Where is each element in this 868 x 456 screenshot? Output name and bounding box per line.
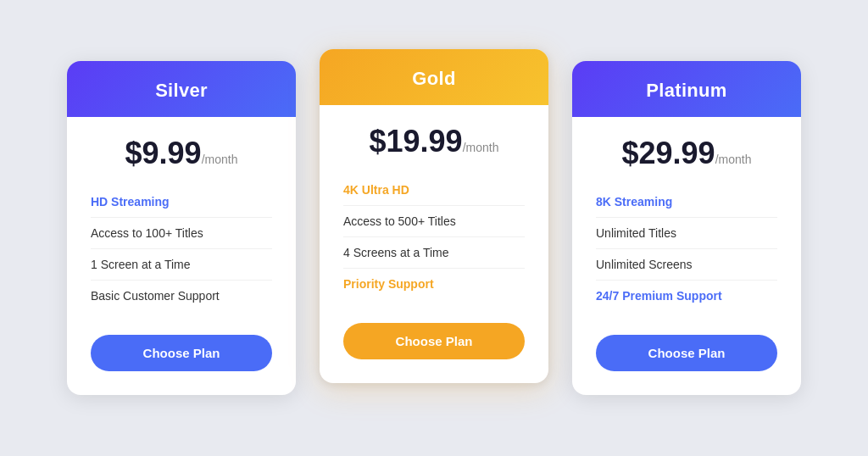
plan-feature-silver-1: Access to 100+ Titles <box>91 218 272 249</box>
plan-price-unit-gold: /month <box>463 141 499 154</box>
plan-features-platinum: 8K StreamingUnlimited TitlesUnlimited Sc… <box>596 186 777 311</box>
plan-title-silver: Silver <box>155 80 208 101</box>
plan-body-gold: $19.99/month4K Ultra HDAccess to 500+ Ti… <box>320 105 548 383</box>
plan-price-platinum: $29.99 <box>622 136 715 170</box>
plan-price-row-silver: $9.99/month <box>91 136 272 171</box>
plan-feature-gold-1: Access to 500+ Titles <box>343 206 525 237</box>
plan-feature-silver-2: 1 Screen at a Time <box>91 249 272 281</box>
plan-price-gold: $19.99 <box>370 124 463 158</box>
plan-feature-platinum-3: 24/7 Premium Support <box>596 281 777 311</box>
plan-card-gold: Gold$19.99/month4K Ultra HDAccess to 500… <box>320 49 548 383</box>
plan-body-silver: $9.99/monthHD StreamingAccess to 100+ Ti… <box>67 117 296 395</box>
plan-body-platinum: $29.99/month8K StreamingUnlimited Titles… <box>572 117 801 395</box>
plan-card-platinum: Platinum$29.99/month8K StreamingUnlimite… <box>572 61 801 395</box>
plan-choose-button-silver[interactable]: Choose Plan <box>91 335 272 371</box>
plan-feature-platinum-0: 8K Streaming <box>596 186 777 218</box>
plan-feature-platinum-2: Unlimited Screens <box>596 249 777 281</box>
plan-feature-gold-0: 4K Ultra HD <box>343 175 525 206</box>
plan-feature-gold-3: Priority Support <box>343 269 525 299</box>
plan-feature-silver-0: HD Streaming <box>91 186 272 218</box>
plan-price-unit-silver: /month <box>202 153 238 166</box>
plan-feature-platinum-1: Unlimited Titles <box>596 218 777 249</box>
plan-price-row-platinum: $29.99/month <box>596 136 777 171</box>
plan-feature-silver-3: Basic Customer Support <box>91 281 272 311</box>
plans-container: Silver$9.99/monthHD StreamingAccess to 1… <box>16 27 852 429</box>
plan-features-silver: HD StreamingAccess to 100+ Titles1 Scree… <box>91 186 272 311</box>
plan-header-silver: Silver <box>67 61 296 117</box>
plan-title-gold: Gold <box>412 68 455 89</box>
plan-title-platinum: Platinum <box>646 80 726 101</box>
plan-price-unit-platinum: /month <box>715 153 752 166</box>
plan-price-silver: $9.99 <box>125 136 202 170</box>
plan-feature-gold-2: 4 Screens at a Time <box>343 237 525 269</box>
plan-card-silver: Silver$9.99/monthHD StreamingAccess to 1… <box>67 61 296 395</box>
plan-choose-button-platinum[interactable]: Choose Plan <box>596 335 777 371</box>
plan-price-row-gold: $19.99/month <box>343 124 525 159</box>
plan-header-platinum: Platinum <box>572 61 801 117</box>
plan-choose-button-gold[interactable]: Choose Plan <box>343 323 525 359</box>
plan-header-gold: Gold <box>320 49 548 105</box>
plan-features-gold: 4K Ultra HDAccess to 500+ Titles4 Screen… <box>343 175 525 299</box>
